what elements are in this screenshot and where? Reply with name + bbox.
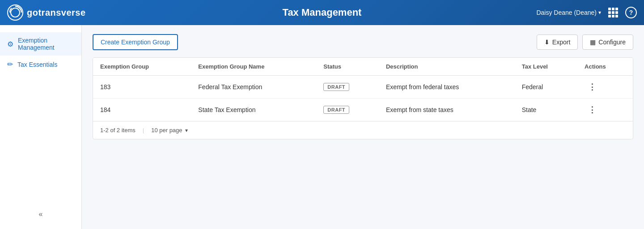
page-title: Tax Management <box>283 7 362 18</box>
cell-description-1: Exempt from state taxes <box>379 99 515 121</box>
edit-icon: ✏ <box>7 60 13 69</box>
create-exemption-group-button[interactable]: Create Exemption Group <box>93 34 178 50</box>
export-button[interactable]: ⬇ Export <box>537 35 578 50</box>
cell-status-1: DRAFT <box>316 99 379 121</box>
sidebar-item-tax-label: Tax Essentials <box>17 61 57 68</box>
cell-description-0: Exempt from federal taxes <box>379 76 515 99</box>
chevron-down-icon: ▾ <box>185 127 188 134</box>
logo-icon <box>7 4 23 21</box>
cell-name-1: State Tax Exemption <box>191 99 316 121</box>
col-exemption-group: Exemption Group <box>93 58 191 76</box>
table-row: 183 Federal Tax Exemption DRAFT Exempt f… <box>93 76 633 99</box>
status-badge-1: DRAFT <box>323 106 349 114</box>
per-page-label: 10 per page <box>151 127 182 134</box>
sidebar-item-tax-essentials[interactable]: ✏ Tax Essentials <box>0 56 81 73</box>
help-icon[interactable]: ? <box>625 7 637 18</box>
logo-section: gotransverse <box>7 4 86 21</box>
exemption-table-container: Exemption Group Exemption Group Name Sta… <box>93 57 633 139</box>
table-header: Exemption Group Exemption Group Name Sta… <box>93 58 633 76</box>
pagination: 1-2 of 2 items | 10 per page ▾ <box>93 121 633 139</box>
sidebar-collapse-button[interactable]: « <box>0 207 81 222</box>
logo-text: gotransverse <box>27 8 86 18</box>
svg-point-0 <box>8 5 23 20</box>
col-actions: Actions <box>577 58 633 76</box>
toolbar: Create Exemption Group ⬇ Export ▦ Config… <box>93 34 633 50</box>
table-row: 184 State Tax Exemption DRAFT Exempt fro… <box>93 99 633 121</box>
col-tax-level: Tax Level <box>515 58 577 76</box>
apps-grid-icon[interactable] <box>608 8 618 17</box>
svg-point-1 <box>11 8 20 17</box>
row-actions-menu-0[interactable]: ⋮ <box>585 82 600 92</box>
user-menu[interactable]: Daisy Deane (Deane) <box>536 9 601 16</box>
per-page-selector[interactable]: 10 per page ▾ <box>151 127 187 134</box>
app-header: gotransverse Tax Management Daisy Deane … <box>0 0 644 25</box>
configure-icon: ▦ <box>590 39 596 46</box>
configure-button[interactable]: ▦ Configure <box>582 35 633 50</box>
exemption-table: Exemption Group Exemption Group Name Sta… <box>93 58 633 121</box>
sidebar-item-exemption-management[interactable]: ⚙ Exemption Management <box>0 32 81 56</box>
cell-name-0: Federal Tax Exemption <box>191 76 316 99</box>
header-actions: Daisy Deane (Deane) ? <box>536 7 637 18</box>
app-layout: ⚙ Exemption Management ✏ Tax Essentials … <box>0 25 644 229</box>
row-actions-menu-1[interactable]: ⋮ <box>585 104 600 115</box>
col-exemption-group-name: Exemption Group Name <box>191 58 316 76</box>
pagination-summary: 1-2 of 2 items <box>100 127 136 134</box>
col-status: Status <box>316 58 379 76</box>
cell-id-0: 183 <box>93 76 191 99</box>
cell-status-0: DRAFT <box>316 76 379 99</box>
toolbar-right: ⬇ Export ▦ Configure <box>537 35 633 50</box>
pagination-separator: | <box>143 127 144 134</box>
cell-tax-level-1: State <box>515 99 577 121</box>
cell-actions-0: ⋮ <box>577 76 633 99</box>
cell-id-1: 184 <box>93 99 191 121</box>
cell-tax-level-0: Federal <box>515 76 577 99</box>
export-icon: ⬇ <box>544 39 550 46</box>
sidebar: ⚙ Exemption Management ✏ Tax Essentials … <box>0 25 82 229</box>
col-description: Description <box>379 58 515 76</box>
status-badge-0: DRAFT <box>323 83 349 91</box>
table-body: 183 Federal Tax Exemption DRAFT Exempt f… <box>93 76 633 121</box>
gear-icon: ⚙ <box>7 40 13 48</box>
main-content: Create Exemption Group ⬇ Export ▦ Config… <box>82 25 644 229</box>
cell-actions-1: ⋮ <box>577 99 633 121</box>
toolbar-left: Create Exemption Group <box>93 34 178 50</box>
sidebar-item-exemption-label: Exemption Management <box>18 37 74 51</box>
